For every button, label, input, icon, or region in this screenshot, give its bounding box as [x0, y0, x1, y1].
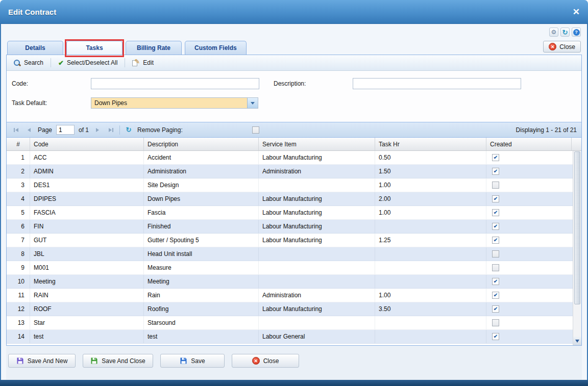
next-page-button[interactable]: [93, 125, 102, 135]
created-checkbox[interactable]: ✔: [492, 278, 499, 285]
edit-button[interactable]: ✎ Edit: [129, 58, 157, 68]
cell-task-hr: [375, 261, 486, 274]
created-checkbox[interactable]: [492, 250, 499, 258]
scrollbar-thumb[interactable]: [574, 151, 580, 304]
paging-toolbar: Page of 1 ↻ Remove Paging: Displaying 1 …: [7, 122, 581, 138]
save-and-close-button[interactable]: Save And Close: [83, 354, 153, 368]
created-checkbox[interactable]: ✔: [492, 209, 499, 216]
tab-bar: Details Tasks Billing Rate Custom Fields…: [6, 39, 582, 55]
refresh-button[interactable]: ↻: [560, 28, 570, 37]
created-checkbox[interactable]: [492, 319, 499, 326]
cell-code: DPIPES: [30, 192, 144, 205]
created-checkbox[interactable]: ✔: [492, 237, 499, 244]
table-row[interactable]: 1ACCAccidentLabour Manufacturing0.50✔: [7, 151, 573, 165]
cell-description: Measure: [144, 261, 259, 274]
table-row[interactable]: 10MeetingMeeting✔: [7, 275, 573, 289]
scrollbar-down-button[interactable]: [573, 337, 581, 345]
dialog-frame: ⚙ ↻ ? Details Tasks Billing Rate Custom …: [0, 24, 588, 380]
search-button[interactable]: Search: [10, 58, 47, 68]
created-checkbox[interactable]: ✔: [492, 305, 499, 313]
remove-paging-checkbox[interactable]: [252, 126, 259, 134]
tab-details[interactable]: Details: [7, 41, 63, 55]
tab-billing-rate[interactable]: Billing Rate: [126, 41, 182, 55]
page-number-input[interactable]: [56, 125, 75, 135]
table-row[interactable]: 2ADMINAdministrationAdministration1.50✔: [7, 165, 573, 178]
cell-service-item: Labour General: [259, 330, 375, 343]
toolbar-separator: [51, 58, 51, 67]
close-button-bottom[interactable]: ✕ Close: [232, 354, 299, 368]
table-row[interactable]: 9M001Measure: [7, 261, 573, 275]
table-row[interactable]: 8JBLHead Unit install: [7, 247, 573, 261]
cell-task-hr: [375, 247, 486, 261]
cell-created: ✔: [486, 302, 572, 316]
column-header-task-hr[interactable]: Task Hr: [375, 138, 486, 150]
cell-description: Meeting: [144, 275, 259, 288]
table-row[interactable]: 6FINFinishedLabour Manufacturing✔: [7, 220, 573, 234]
save-icon: [180, 357, 187, 365]
table-row[interactable]: 14testtestLabour General✔: [7, 330, 573, 344]
close-button-top[interactable]: ✕ Close: [543, 41, 581, 53]
tab-label: Details: [25, 44, 45, 52]
help-icon: ?: [573, 29, 580, 36]
row-number: 14: [7, 330, 30, 343]
tab-tasks[interactable]: Tasks: [66, 41, 122, 55]
vertical-scrollbar[interactable]: [573, 151, 581, 345]
created-checkbox[interactable]: ✔: [492, 154, 499, 161]
table-row[interactable]: 3DES1Site Design1.00: [7, 178, 573, 192]
created-checkbox[interactable]: [492, 182, 499, 189]
row-number: 12: [7, 302, 30, 316]
created-checkbox[interactable]: ✔: [492, 223, 499, 230]
created-checkbox[interactable]: ✔: [492, 333, 499, 340]
created-checkbox[interactable]: ✔: [492, 168, 499, 175]
table-row[interactable]: 7GUTGutter / Spouting 5Labour Manufactur…: [7, 234, 573, 247]
cell-service-item: Labour Manufacturing: [259, 206, 375, 219]
cell-description: test: [144, 330, 259, 343]
search-label: Search: [24, 59, 43, 66]
dialog-close-icon[interactable]: ✕: [573, 8, 580, 16]
column-header-created[interactable]: Created: [486, 138, 572, 150]
table-row[interactable]: 11RAINRainAdministration1.00✔: [7, 289, 573, 302]
tab-custom-fields[interactable]: Custom Fields: [185, 41, 247, 55]
remove-paging-label: Remove Paging:: [137, 126, 183, 134]
first-page-button[interactable]: [11, 125, 20, 135]
cell-description: Gutter / Spouting 5: [144, 234, 259, 247]
cell-task-hr: 1.00: [375, 178, 486, 192]
table-row[interactable]: 12ROOFRoofingLabour Manufacturing3.50✔: [7, 302, 573, 316]
cell-description: Head Unit install: [144, 247, 259, 261]
settings-button[interactable]: ⚙: [549, 28, 558, 37]
combo-dropdown-button[interactable]: [247, 98, 258, 108]
cell-code: GUT: [30, 234, 144, 247]
code-input[interactable]: [91, 78, 259, 89]
column-header-number[interactable]: #: [7, 138, 30, 150]
previous-page-button[interactable]: [24, 125, 34, 135]
task-default-value[interactable]: Down Pipes: [91, 98, 247, 108]
cell-service-item: [259, 247, 375, 261]
close-circle-icon: ✕: [252, 357, 260, 365]
refresh-grid-button[interactable]: ↻: [124, 125, 133, 135]
column-header-description[interactable]: Description: [144, 138, 259, 150]
help-button[interactable]: ?: [572, 28, 581, 37]
column-header-code[interactable]: Code: [30, 138, 144, 150]
table-row[interactable]: 4DPIPESDown PipesLabour Manufacturing2.0…: [7, 192, 573, 206]
column-header-service-item[interactable]: Service Item: [259, 138, 375, 150]
grid-body: 1ACCAccidentLabour Manufacturing0.50✔2AD…: [7, 151, 581, 345]
form-row-task-default: Task Default: Down Pipes: [12, 97, 576, 109]
toolbar-separator: [125, 58, 125, 67]
cell-description: Fascia: [144, 206, 259, 219]
created-checkbox[interactable]: ✔: [492, 292, 499, 299]
cell-service-item: [259, 316, 375, 329]
save-button[interactable]: Save: [160, 354, 225, 368]
paging-separator: [119, 125, 120, 135]
created-checkbox[interactable]: ✔: [492, 195, 499, 202]
last-page-button[interactable]: [106, 125, 115, 135]
table-row[interactable]: 5FASCIAFasciaLabour Manufacturing1.00✔: [7, 206, 573, 220]
created-checkbox[interactable]: [492, 264, 499, 271]
checkmark-icon: ✔: [58, 60, 64, 66]
edit-icon: ✎: [132, 59, 140, 67]
save-and-new-button[interactable]: Save And New: [8, 354, 76, 368]
select-deselect-all-button[interactable]: ✔ Select/Deselect All: [55, 58, 121, 67]
cell-service-item: Administration: [259, 165, 375, 178]
table-row[interactable]: 13StarStarsound: [7, 316, 573, 330]
task-default-combobox[interactable]: Down Pipes: [91, 97, 258, 109]
description-input[interactable]: [353, 78, 521, 89]
